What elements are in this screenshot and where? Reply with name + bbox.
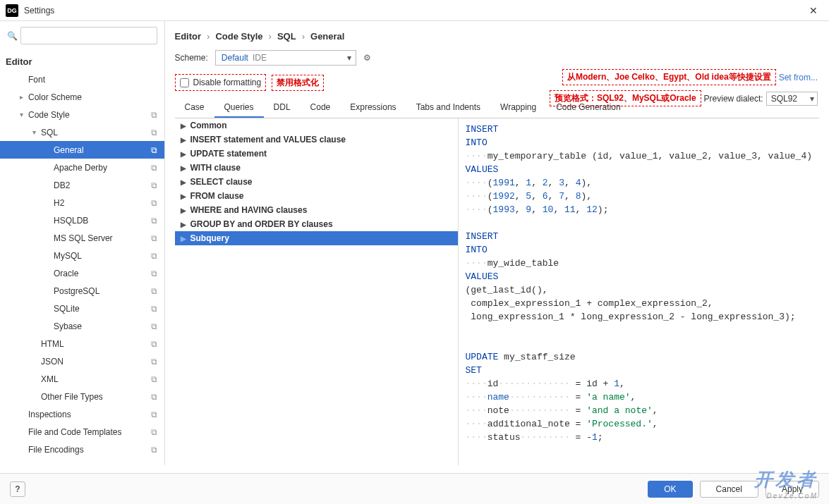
section-from-clause[interactable]: ▶FROM clause — [175, 189, 458, 203]
tree-item-file-and-code-templates[interactable]: File and Code Templates⧉ — [0, 423, 164, 441]
app-icon: DG — [6, 4, 18, 17]
copy-icon: ⧉ — [151, 128, 157, 137]
copy-icon: ⧉ — [151, 410, 157, 419]
tree-item-oracle[interactable]: Oracle⧉ — [0, 264, 164, 282]
copy-icon: ⧉ — [151, 286, 157, 296]
tree-item-general[interactable]: General⧉ — [0, 141, 164, 159]
disable-formatting-label: Disable formatting — [193, 78, 262, 87]
chevron-icon: ▸ — [20, 93, 28, 101]
tree-item-hsqldb[interactable]: HSQLDB⧉ — [0, 211, 164, 229]
chevron-right-icon: ▶ — [181, 136, 190, 144]
tree-item-apache-derby[interactable]: Apache Derby⧉ — [0, 159, 164, 176]
chevron-right-icon: ▶ — [181, 192, 190, 200]
tree-item-xml[interactable]: XML⧉ — [0, 370, 164, 388]
tab-wrapping[interactable]: Wrapping — [490, 98, 546, 118]
tree-item-sybase[interactable]: Sybase⧉ — [0, 317, 164, 335]
section-insert-statement-and-values-clause[interactable]: ▶INSERT statement and VALUES clause — [175, 133, 458, 147]
window-title: Settings — [24, 6, 804, 16]
copy-icon: ⧉ — [151, 198, 157, 208]
sections-list: ▶Common▶INSERT statement and VALUES clau… — [175, 118, 459, 465]
copy-icon: ⧉ — [151, 163, 157, 173]
settings-tree: Editor Font▸Color Scheme▾Code Style⧉▾SQL… — [0, 50, 164, 465]
tab-tabs-and-indents[interactable]: Tabs and Indents — [406, 98, 490, 118]
tree-item-other-file-types[interactable]: Other File Types⧉ — [0, 388, 164, 405]
tree-item-html[interactable]: HTML⧉ — [0, 335, 164, 352]
ok-button[interactable]: OK — [648, 481, 692, 498]
copy-icon: ⧉ — [151, 180, 157, 190]
chevron-right-icon: ▶ — [181, 164, 190, 172]
set-from-link[interactable]: Set from... — [779, 73, 818, 82]
chevron-right-icon: ▶ — [181, 235, 190, 242]
copy-icon: ⧉ — [151, 269, 157, 278]
tree-item-code-style[interactable]: ▾Code Style⧉ — [0, 106, 164, 123]
close-icon[interactable]: ✕ — [804, 2, 823, 19]
copy-icon: ⧉ — [151, 392, 157, 402]
tree-item-file-encodings[interactable]: File Encodings⧉ — [0, 441, 164, 458]
chevron-icon: ▾ — [20, 111, 28, 118]
scheme-select[interactable]: Default IDE — [215, 50, 356, 66]
apply-button[interactable]: Apply — [766, 481, 819, 498]
chevron-right-icon: ▶ — [181, 122, 190, 130]
search-input[interactable] — [20, 27, 157, 44]
scheme-label: Scheme: — [175, 53, 208, 63]
chevron-right-icon: ▶ — [181, 178, 190, 186]
help-button[interactable]: ? — [10, 481, 25, 497]
section-select-clause[interactable]: ▶SELECT clause — [175, 175, 458, 189]
disable-formatting-checkbox[interactable] — [180, 78, 189, 87]
preview-dialect-select[interactable]: SQL92 — [766, 92, 818, 106]
copy-icon: ⧉ — [151, 233, 157, 243]
section-with-clause[interactable]: ▶WITH clause — [175, 161, 458, 175]
tree-item-font[interactable]: Font — [0, 70, 164, 88]
cancel-button[interactable]: Cancel — [700, 481, 758, 498]
content-panel: Editor›Code Style›SQL›General Scheme: De… — [165, 21, 830, 465]
tree-item-json[interactable]: JSON⧉ — [0, 352, 164, 370]
tree-item-ms-sql-server[interactable]: MS SQL Server⧉ — [0, 229, 164, 247]
tab-code[interactable]: Code — [301, 98, 341, 118]
tree-item-inspections[interactable]: Inspections⧉ — [0, 405, 164, 423]
sidebar: 🔍 Editor Font▸Color Scheme▾Code Style⧉▾S… — [0, 21, 165, 465]
copy-icon: ⧉ — [151, 445, 157, 455]
tree-item-sql[interactable]: ▾SQL⧉ — [0, 123, 164, 141]
tree-item-sqlite[interactable]: SQLite⧉ — [0, 300, 164, 317]
code-preview: INSERT INTO ····my_temporary_table (id, … — [459, 118, 820, 465]
copy-icon: ⧉ — [151, 251, 157, 261]
chevron-right-icon: ▶ — [181, 221, 190, 228]
chevron-right-icon: ▶ — [181, 150, 190, 158]
section-where-and-having-clauses[interactable]: ▶WHERE and HAVING clauses — [175, 203, 458, 217]
tree-item-db2[interactable]: DB2⧉ — [0, 176, 164, 194]
chevron-icon: ▾ — [32, 128, 41, 136]
copy-icon: ⧉ — [151, 427, 157, 437]
chevron-right-icon: ▶ — [181, 207, 190, 214]
tab-case[interactable]: Case — [175, 98, 214, 118]
copy-icon: ⧉ — [151, 374, 157, 384]
copy-icon: ⧉ — [151, 321, 157, 331]
section-subquery[interactable]: ▶Subquery — [175, 231, 458, 245]
tab-queries[interactable]: Queries — [214, 98, 264, 118]
section-update-statement[interactable]: ▶UPDATE statement — [175, 147, 458, 161]
copy-icon: ⧉ — [151, 216, 157, 226]
tab-expressions[interactable]: Expressions — [340, 98, 406, 118]
breadcrumb-editor[interactable]: Editor — [175, 31, 202, 42]
copy-icon: ⧉ — [151, 304, 157, 314]
copy-icon: ⧉ — [151, 110, 157, 120]
tree-item-h2[interactable]: H2⧉ — [0, 194, 164, 211]
copy-icon: ⧉ — [151, 357, 157, 367]
breadcrumb-codestyle[interactable]: Code Style — [215, 31, 262, 42]
annot-disable: 禁用格式化 — [272, 75, 324, 91]
breadcrumb-general: General — [310, 31, 344, 42]
tab-ddl[interactable]: DDL — [264, 98, 301, 118]
breadcrumb: Editor›Code Style›SQL›General — [175, 31, 830, 50]
section-group-by-and-order-by-clauses[interactable]: ▶GROUP BY and ORDER BY clauses — [175, 217, 458, 231]
gear-icon[interactable]: ⚙ — [363, 53, 371, 63]
copy-icon: ⧉ — [151, 145, 157, 155]
section-common[interactable]: ▶Common — [175, 118, 458, 133]
annot-setfrom: 从Modern、Joe Celko、Egypt、Old idea等快捷设置 — [562, 69, 776, 85]
tree-item-color-scheme[interactable]: ▸Color Scheme — [0, 88, 164, 106]
copy-icon: ⧉ — [151, 339, 157, 349]
tree-item-mysql[interactable]: MySQL⧉ — [0, 247, 164, 264]
tree-root-editor[interactable]: Editor — [0, 53, 164, 70]
tree-item-postgresql[interactable]: PostgreSQL⧉ — [0, 282, 164, 300]
breadcrumb-sql[interactable]: SQL — [277, 31, 296, 42]
annot-preview: 预览格式：SQL92、MySQL或Oracle — [550, 90, 701, 106]
dialog-footer: ? OK Cancel Apply — [0, 473, 829, 504]
